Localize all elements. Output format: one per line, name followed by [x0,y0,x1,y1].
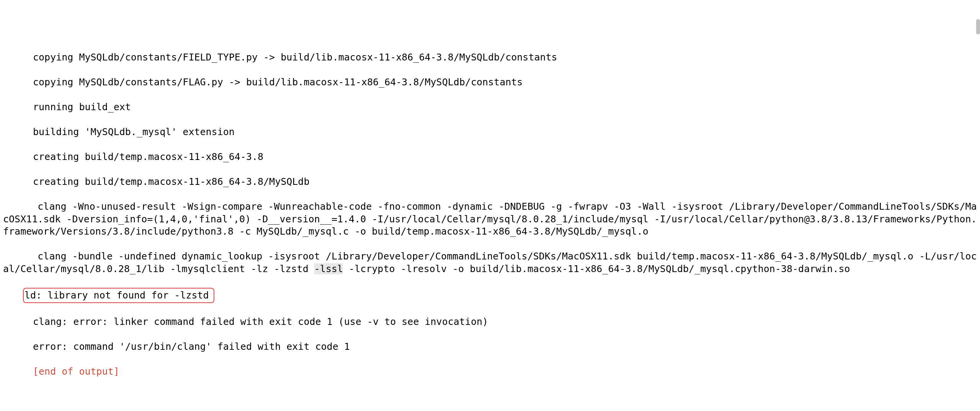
log-text: -lcrypto -lresolv -o build/lib.macosx-11… [343,263,850,274]
terminal-line: running build_ext [0,101,980,114]
terminal-line: clang: error: linker command failed with… [0,316,980,328]
log-text: clang: error: linker command failed with… [33,316,488,327]
terminal-line: [end of output] [0,365,980,378]
log-text: creating build/temp.macosx-11-x86_64-3.8… [33,176,309,187]
terminal-line: copying MySQLdb/constants/FIELD_TYPE.py … [0,51,980,64]
log-text: copying MySQLdb/constants/FIELD_TYPE.py … [33,52,557,63]
terminal-line: error: command '/usr/bin/clang' failed w… [0,341,980,353]
terminal-line: building 'MySQLdb._mysql' extension [0,126,980,139]
terminal-line: clang -Wno-unused-result -Wsign-compare … [0,201,980,238]
log-text: copying MySQLdb/constants/FLAG.py -> bui… [33,77,523,88]
scrollbar-thumb[interactable] [976,19,980,34]
terminal-line: creating build/temp.macosx-11-x86_64-3.8… [0,176,980,188]
terminal-line: clang -bundle -undefined dynamic_lookup … [0,250,980,275]
terminal-line: creating build/temp.macosx-11-x86_64-3.8 [0,151,980,163]
end-of-output: [end of output] [33,366,119,377]
terminal-line: copying MySQLdb/constants/FLAG.py -> bui… [0,76,980,89]
log-text: creating build/temp.macosx-11-x86_64-3.8 [33,151,263,162]
log-text: clang -Wno-unused-result -Wsign-compare … [3,201,977,237]
log-text: running build_ext [33,101,131,113]
terminal-line-highlighted: ld: library not found for -lzstd [0,288,980,303]
log-text: ld: library not found for -lzstd [24,290,209,301]
highlighted-text: -lssl [314,263,343,274]
log-text: building 'MySQLdb._mysql' extension [33,126,235,137]
blank-line [0,390,980,403]
log-text: error: command '/usr/bin/clang' failed w… [33,341,350,352]
error-highlight-box: ld: library not found for -lzstd [23,288,214,303]
